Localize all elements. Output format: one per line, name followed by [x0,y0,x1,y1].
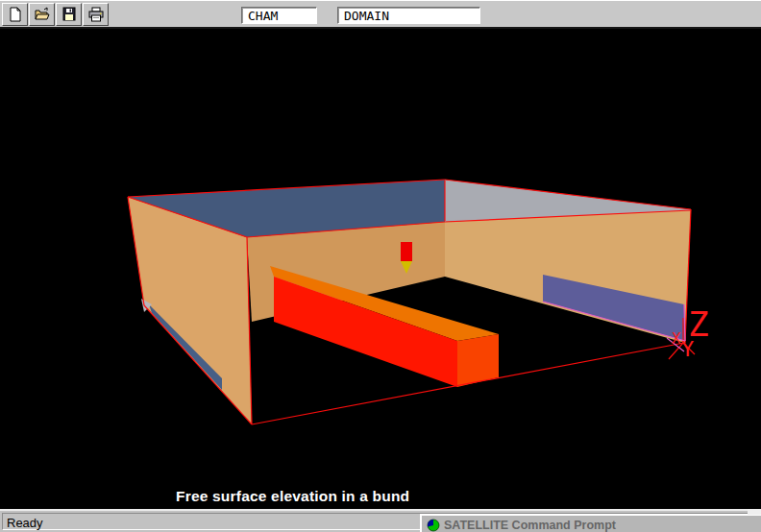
print-icon [87,6,105,23]
window-corner [748,509,761,515]
toolbar [0,0,761,29]
axis-label-y: Y [681,337,694,361]
viewport-3d: ZXY Free surface elevation in a bund [0,29,761,509]
save-button[interactable] [56,3,82,26]
satellite-window-titlebar[interactable]: SATELLITE Command Prompt [420,514,761,532]
open-folder-icon [34,6,51,23]
open-file-button[interactable] [29,3,55,26]
scene-3d[interactable]: ZXY [0,29,761,509]
probe-body[interactable] [401,242,412,261]
satellite-window-title: SATELLITE Command Prompt [444,519,616,532]
status-text: Ready [7,516,43,530]
axis-label-x: X [672,329,681,348]
new-file-button[interactable] [2,3,28,26]
app-window: ZXY Free surface elevation in a bund Rea… [0,0,761,532]
print-button[interactable] [83,3,109,26]
cham-field[interactable] [241,7,317,24]
new-file-icon [7,6,24,23]
domain-field[interactable] [337,7,480,24]
scene-caption: Free surface elevation in a bund [176,488,409,505]
satellite-app-icon [427,519,440,532]
save-icon [61,6,78,23]
